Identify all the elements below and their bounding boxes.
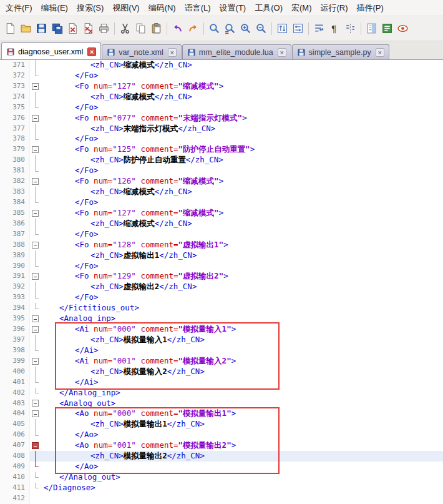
tab-mm_elite_module.lua[interactable]: mm_elite_module.lua×	[182, 44, 291, 59]
code-text[interactable]: <Ao num="000" comment="模拟量输出1">	[41, 408, 443, 419]
code-text[interactable]	[41, 493, 443, 504]
code-text[interactable]: </Fo>	[41, 292, 443, 303]
sync-horizontal-icon[interactable]	[290, 21, 306, 36]
fold-marker[interactable]	[30, 81, 41, 92]
code-text[interactable]: <Ai num="000" comment="模拟量输入1">	[41, 324, 443, 335]
fold-marker[interactable]	[30, 356, 41, 367]
menu-item-plugins[interactable]: 插件(P)	[353, 1, 388, 16]
editor[interactable]: 371<zh_CN>缩减模式</zh_CN>372</Fo>373<Fo num…	[0, 60, 443, 504]
tab-close-icon[interactable]: ×	[376, 48, 384, 57]
menu-item-macro[interactable]: 宏(M)	[287, 1, 316, 16]
tab-close-icon[interactable]: ×	[168, 48, 177, 57]
undo-icon[interactable]	[170, 21, 185, 36]
code-text[interactable]: <Fo num="126" comment="缩减模式">	[41, 176, 443, 187]
code-text[interactable]: </Fo>	[41, 229, 443, 240]
show-all-chars-icon[interactable]: ¶	[327, 21, 343, 36]
menu-item-encoding[interactable]: 编码(N)	[144, 1, 180, 16]
tab-simple_sample.py[interactable]: simple_sample.py×	[292, 44, 389, 59]
sync-vertical-icon[interactable]	[275, 21, 290, 36]
redo-icon[interactable]	[185, 21, 201, 36]
code-text[interactable]: <Analog_inp>	[41, 314, 443, 324]
zoom-in-icon[interactable]	[238, 21, 253, 36]
fold-marker[interactable]	[30, 240, 41, 250]
fold-marker[interactable]	[30, 176, 41, 187]
code-text[interactable]: </Fo>	[41, 134, 443, 144]
monitoring-icon[interactable]	[395, 21, 411, 36]
menu-item-settings[interactable]: 设置(T)	[215, 1, 251, 16]
code-text[interactable]: </Ai>	[41, 377, 443, 388]
open-file-icon[interactable]	[18, 21, 34, 36]
paste-icon[interactable]	[148, 21, 164, 36]
new-file-icon[interactable]	[2, 21, 18, 36]
code-text[interactable]: </Ai>	[41, 345, 443, 356]
code-text[interactable]: <Fo num="077" comment="末端指示灯模式">	[41, 113, 443, 124]
fold-marker[interactable]	[30, 314, 41, 324]
code-text[interactable]: </Fo>	[41, 261, 443, 272]
menu-item-run[interactable]: 运行(R)	[316, 1, 352, 16]
code-text[interactable]: <zh_CN>末端指示灯模式</zh_CN>	[41, 124, 443, 134]
code-text[interactable]: </Analog_out>	[41, 472, 443, 483]
code-text[interactable]: <zh_CN>缩减模式</zh_CN>	[41, 60, 443, 71]
menu-item-edit[interactable]: 编辑(E)	[37, 1, 72, 16]
code-text[interactable]: </Fo>	[41, 102, 443, 113]
save-all-icon[interactable]	[49, 21, 65, 36]
fold-marker[interactable]	[30, 144, 41, 155]
code-text[interactable]: <Ai num="001" comment="模拟量输入2">	[41, 356, 443, 367]
code-text[interactable]: </Analog_inp>	[41, 388, 443, 398]
code-text[interactable]: </Diagnose>	[41, 483, 443, 493]
menu-item-view[interactable]: 视图(V)	[108, 1, 144, 16]
code-text[interactable]: <Fo num="127" comment="缩减模式">	[41, 81, 443, 92]
zoom-out-icon[interactable]	[253, 21, 269, 36]
code-text[interactable]: <zh_CN>缩减模式</zh_CN>	[41, 187, 443, 197]
code-text[interactable]: <Fo num="128" comment="虚拟输出1">	[41, 240, 443, 250]
fold-marker[interactable]	[30, 208, 41, 219]
cut-icon[interactable]	[117, 21, 133, 36]
code-text[interactable]: </Fictitious_out>	[41, 303, 443, 314]
code-text[interactable]: <Fo num="127" comment="缩减模式">	[41, 208, 443, 219]
fold-marker[interactable]	[30, 324, 41, 335]
fold-marker[interactable]	[30, 113, 41, 124]
code-text[interactable]: </Ao>	[41, 462, 443, 472]
tab-close-icon[interactable]: ×	[278, 48, 286, 57]
save-icon[interactable]	[34, 21, 49, 36]
function-list-icon[interactable]	[379, 21, 395, 36]
tab-close-icon[interactable]: ×	[87, 47, 96, 56]
code-text[interactable]: <zh_CN>模拟量输入1</zh_CN>	[41, 335, 443, 345]
copy-icon[interactable]	[133, 21, 148, 36]
find-icon[interactable]	[207, 21, 222, 36]
code-text[interactable]: <zh_CN>缩减模式</zh_CN>	[41, 219, 443, 229]
code-text[interactable]: <zh_CN>模拟量输出2</zh_CN>	[41, 451, 443, 462]
code-text[interactable]: <Fo num="125" comment="防护停止自动重置">	[41, 144, 443, 155]
code-text[interactable]: <Ao num="001" comment="模拟量输出2">	[41, 440, 443, 451]
code-text[interactable]: </Ao>	[41, 430, 443, 440]
code-text[interactable]: <zh_CN>缩减模式</zh_CN>	[41, 92, 443, 102]
menu-item-tools[interactable]: 工具(O)	[250, 1, 287, 16]
code-text[interactable]: <zh_CN>虚拟输出1</zh_CN>	[41, 250, 443, 261]
word-wrap-icon[interactable]	[311, 21, 327, 36]
fold-marker[interactable]	[30, 398, 41, 409]
print-icon[interactable]	[96, 21, 112, 36]
menu-item-file[interactable]: 文件(F)	[1, 1, 37, 16]
doc-map-icon[interactable]	[364, 21, 379, 36]
close-all-icon[interactable]	[80, 21, 96, 36]
code-text[interactable]: <Analog_out>	[41, 398, 443, 409]
fold-marker[interactable]	[30, 271, 41, 282]
fold-marker[interactable]	[30, 408, 41, 419]
fold-marker[interactable]	[30, 440, 41, 451]
indent-guide-icon[interactable]	[343, 21, 358, 36]
code-text[interactable]: <zh_CN>虚拟输出2</zh_CN>	[41, 282, 443, 292]
code-text[interactable]: </Fo>	[41, 197, 443, 208]
menu-item-search[interactable]: 搜索(S)	[72, 1, 108, 16]
replace-icon[interactable]	[222, 21, 238, 36]
code-text[interactable]: <zh_CN>模拟量输出1</zh_CN>	[41, 419, 443, 430]
code-text[interactable]: </Fo>	[41, 166, 443, 176]
code-text[interactable]: <zh_CN>防护停止自动重置</zh_CN>	[41, 155, 443, 166]
tab-var_note.xml[interactable]: var_note.xml×	[102, 44, 182, 59]
tab-diagnose_user.xml[interactable]: diagnose_user.xml×	[1, 42, 101, 60]
menu-item-language[interactable]: 语言(L)	[180, 1, 215, 16]
close-icon[interactable]	[65, 21, 80, 36]
code-text[interactable]: <zh_CN>模拟量输入2</zh_CN>	[41, 367, 443, 377]
fold-marker	[30, 303, 41, 314]
code-text[interactable]: </Fo>	[41, 71, 443, 81]
code-text[interactable]: <Fo num="129" comment="虚拟输出2">	[41, 271, 443, 282]
